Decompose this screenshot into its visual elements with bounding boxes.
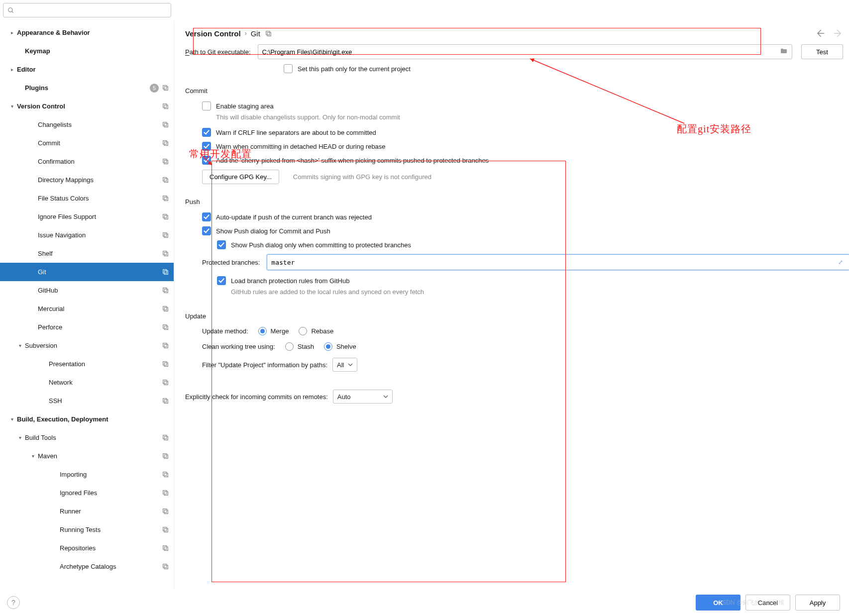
update-rebase-radio[interactable] <box>299 327 307 335</box>
scope-icon <box>162 324 169 331</box>
auto-update-checkbox[interactable] <box>202 212 211 221</box>
set-current-project-checkbox[interactable] <box>284 64 293 73</box>
tree-item-label: Network <box>49 379 162 386</box>
scope-icon <box>162 526 169 533</box>
tree-item-runner[interactable]: Runner <box>0 502 174 520</box>
chevron-down-icon: ▾ <box>15 435 25 440</box>
filter-paths-label: Filter "Update Project" information by p… <box>202 361 327 369</box>
scope-icon <box>162 195 169 202</box>
svg-rect-19 <box>163 399 166 402</box>
tree-item-mercurial[interactable]: Mercurial <box>0 300 174 318</box>
tree-item-label: Repositories <box>60 544 162 552</box>
tree-item-subversion[interactable]: ▾Subversion <box>0 336 174 355</box>
warn-detached-checkbox[interactable] <box>202 142 211 151</box>
show-push-protected-checkbox[interactable] <box>217 240 226 249</box>
tree-item-issue-navigation[interactable]: Issue Navigation <box>0 226 174 244</box>
svg-rect-8 <box>163 196 166 200</box>
configure-gpg-button[interactable]: Configure GPG Key... <box>202 170 279 184</box>
browse-folder-icon[interactable] <box>780 47 788 57</box>
chevron-down-icon: ▾ <box>15 343 25 348</box>
apply-button[interactable]: Apply <box>795 595 840 611</box>
svg-rect-10 <box>163 233 166 236</box>
test-button[interactable]: Test <box>801 44 843 59</box>
nav-forward-icon[interactable] <box>833 28 843 38</box>
tree-item-commit[interactable]: Commit <box>0 134 174 152</box>
scope-icon <box>162 508 169 515</box>
filter-paths-select[interactable]: All <box>332 358 357 372</box>
search-input[interactable] <box>17 6 167 14</box>
tree-item-shelf[interactable]: Shelf <box>0 244 174 263</box>
tree-item-network[interactable]: Network <box>0 373 174 392</box>
tree-item-label: Mercurial <box>38 305 162 312</box>
scope-icon <box>162 379 169 386</box>
scope-icon <box>162 158 169 165</box>
update-section-title: Update <box>185 312 843 320</box>
tree-item-repositories[interactable]: Repositories <box>0 539 174 557</box>
git-path-field[interactable] <box>258 44 792 59</box>
tree-item-archetype-catalogs[interactable]: Archetype Catalogs <box>0 557 174 576</box>
incoming-select[interactable]: Auto <box>333 390 393 404</box>
tree-item-git[interactable]: Git <box>0 263 174 281</box>
tree-item-appearance-behavior[interactable]: ▸Appearance & Behavior <box>0 23 174 42</box>
git-path-input[interactable] <box>262 48 780 56</box>
update-rebase-label: Rebase <box>311 327 333 335</box>
push-section-title: Push <box>185 198 843 205</box>
tree-item-label: Keymap <box>25 47 169 55</box>
search-box[interactable] <box>3 3 171 17</box>
tree-item-build-tools[interactable]: ▾Build Tools <box>0 428 174 447</box>
tree-item-label: Runner <box>60 508 162 515</box>
tree-item-label: GitHub <box>38 287 162 294</box>
cherry-suffix-checkbox[interactable] <box>202 156 211 165</box>
show-push-dialog-checkbox[interactable] <box>202 226 211 235</box>
nav-back-icon[interactable] <box>815 28 825 38</box>
tree-item-label: Commit <box>38 139 162 147</box>
gpg-hint: Commits signing with GPG key is not conf… <box>293 173 431 181</box>
enable-staging-checkbox[interactable] <box>202 102 211 110</box>
tree-item-plugins[interactable]: Plugins5 <box>0 79 174 97</box>
tree-item-changelists[interactable]: Changelists <box>0 115 174 134</box>
tree-item-directory-mappings[interactable]: Directory Mappings <box>0 171 174 189</box>
set-current-project-label: Set this path only for the current proje… <box>298 65 411 73</box>
tree-item-editor[interactable]: ▸Editor <box>0 60 174 79</box>
tree-item-importing[interactable]: Importing <box>0 465 174 484</box>
chevron-down-icon: ▾ <box>7 103 17 109</box>
svg-rect-9 <box>163 214 166 218</box>
clean-shelve-radio[interactable] <box>324 342 332 351</box>
tree-item-perforce[interactable]: Perforce <box>0 318 174 336</box>
tree-item-label: Subversion <box>25 342 162 349</box>
tree-item-version-control[interactable]: ▾Version Control <box>0 97 174 115</box>
tree-item-label: Maven <box>38 452 162 460</box>
chevron-down-icon: ▾ <box>7 416 17 422</box>
tree-item-maven[interactable]: ▾Maven <box>0 447 174 465</box>
tree-item-ignore-files-support[interactable]: Ignore Files Support <box>0 207 174 226</box>
load-github-rules-checkbox[interactable] <box>217 276 226 285</box>
tree-item-keymap[interactable]: Keymap <box>0 42 174 60</box>
cherry-suffix-label: Add the 'cherry-picked from <hash>' suff… <box>216 157 489 164</box>
help-button[interactable]: ? <box>7 596 20 609</box>
protected-branches-input[interactable] <box>267 254 849 270</box>
tree-item-ignored-files[interactable]: Ignored Files <box>0 484 174 502</box>
tree-item-presentation[interactable]: Presentation <box>0 355 174 373</box>
tree-item-label: Shelf <box>38 250 162 257</box>
tree-item-label: Ignored Files <box>60 489 162 497</box>
tree-item-running-tests[interactable]: Running Tests <box>0 520 174 539</box>
svg-rect-26 <box>163 546 166 549</box>
scope-icon <box>162 361 169 368</box>
tree-item-confirmation[interactable]: Confirmation <box>0 152 174 171</box>
enable-staging-label: Enable staging area <box>216 103 274 110</box>
svg-rect-6 <box>163 159 166 163</box>
settings-tree[interactable]: ▸Appearance & BehaviorKeymap▸EditorPlugi… <box>0 21 174 616</box>
warn-detached-label: Warn when committing in detached HEAD or… <box>216 143 386 150</box>
scope-icon <box>162 140 169 147</box>
tree-item-github[interactable]: GitHub <box>0 281 174 300</box>
svg-rect-27 <box>163 564 166 568</box>
warn-crlf-checkbox[interactable] <box>202 128 211 137</box>
svg-rect-4 <box>163 122 166 126</box>
tree-item-file-status-colors[interactable]: File Status Colors <box>0 189 174 207</box>
clean-stash-radio[interactable] <box>285 342 294 351</box>
tree-item-label: SSH <box>49 397 162 405</box>
tree-item-build-execution-deployment[interactable]: ▾Build, Execution, Deployment <box>0 410 174 428</box>
update-merge-radio[interactable] <box>258 327 267 335</box>
tree-item-ssh[interactable]: SSH <box>0 392 174 410</box>
tree-item-label: Archetype Catalogs <box>60 563 162 570</box>
